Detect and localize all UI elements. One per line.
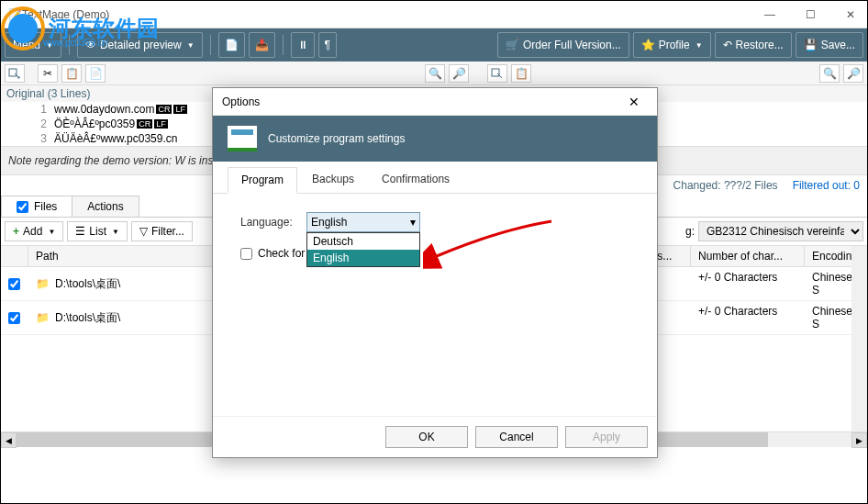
list-button[interactable]: ☰ List ▼	[67, 221, 128, 241]
watermark-logo: 河东软件园 www.pc0359.cn	[1, 3, 166, 53]
status-changed: Changed: ???/2 Files	[673, 179, 778, 192]
binoculars-2-icon[interactable]: 🔍	[819, 64, 840, 83]
options-dialog: Options ✕ Customize program settings Pro…	[212, 87, 658, 458]
language-label: Language:	[240, 216, 306, 229]
language-select[interactable]: English ▾	[306, 212, 420, 232]
folder-icon: 📁	[36, 311, 50, 324]
select-tool-icon[interactable]	[5, 64, 25, 83]
tab-files[interactable]: Files	[1, 196, 72, 217]
dialog-close-icon[interactable]: ✕	[620, 93, 648, 111]
dialog-header: Customize program settings	[213, 116, 657, 162]
folder-icon: 📁	[36, 277, 50, 290]
check-updates-checkbox[interactable]	[240, 248, 252, 260]
scroll-left-icon[interactable]: ◀	[1, 432, 17, 448]
tool-button-2[interactable]: 📥	[249, 32, 275, 58]
check-updates-label: Check for	[258, 247, 305, 260]
select-tool-2-icon[interactable]	[487, 64, 507, 83]
close-button[interactable]: ✕	[841, 6, 860, 24]
svg-rect-1	[492, 69, 499, 76]
binoculars-icon[interactable]: 🔍	[425, 64, 445, 83]
svg-rect-0	[9, 69, 17, 76]
save-button[interactable]: 💾 Save...	[796, 32, 863, 58]
tab-actions[interactable]: Actions	[72, 196, 139, 217]
language-option-english[interactable]: English	[307, 250, 419, 266]
tool-button-1[interactable]: 📄	[218, 32, 245, 58]
paste-icon[interactable]: 📄	[85, 64, 106, 83]
find-next-icon[interactable]: 🔎	[449, 64, 469, 83]
maximize-button[interactable]: ☐	[801, 6, 819, 24]
encoding-label: g:	[685, 225, 695, 238]
dialog-tab-backups[interactable]: Backups	[299, 167, 367, 193]
copy-icon[interactable]: 📋	[61, 64, 82, 83]
pause-button[interactable]: ⏸	[291, 32, 315, 58]
copy-2-icon[interactable]: 📋	[511, 64, 531, 83]
vertical-scrollbar[interactable]	[851, 246, 867, 431]
chevron-down-icon: ▾	[410, 216, 416, 229]
row-checkbox[interactable]	[8, 312, 20, 324]
restore-button[interactable]: ↶ Restore...	[715, 32, 792, 58]
dialog-tab-program[interactable]: Program	[228, 167, 297, 194]
cancel-button[interactable]: Cancel	[475, 426, 558, 448]
language-option-deutsch[interactable]: Deutsch	[307, 233, 419, 250]
dialog-tabs: Program Backups Confirmations	[213, 162, 657, 194]
dialog-tab-confirmations[interactable]: Confirmations	[369, 167, 462, 193]
order-button[interactable]: 🛒 Order Full Version...	[497, 32, 629, 58]
col-chars[interactable]: Number of char...	[691, 246, 805, 266]
dialog-title: Options	[222, 95, 620, 108]
filter-button[interactable]: ▽ Filter...	[131, 221, 193, 241]
profile-button[interactable]: ⭐ Profile▼	[633, 32, 711, 58]
ok-button[interactable]: OK	[385, 426, 468, 448]
settings-icon	[228, 126, 257, 151]
watermark-url: www.pc0359.cn	[43, 38, 107, 48]
row-checkbox[interactable]	[8, 278, 20, 290]
secondary-toolbar: ✂ 📋 📄 🔍 🔎 📋 🔍 🔎	[1, 62, 867, 85]
files-checkbox[interactable]	[17, 201, 28, 213]
minimize-button[interactable]: —	[761, 6, 779, 24]
cut-icon[interactable]: ✂	[38, 64, 58, 83]
apply-button[interactable]: Apply	[565, 426, 648, 448]
scroll-right-icon[interactable]: ▶	[851, 432, 867, 448]
add-button[interactable]: +Add ▼	[5, 221, 63, 241]
find-next-2-icon[interactable]: 🔎	[843, 64, 863, 83]
language-dropdown: Deutsch English	[306, 232, 420, 267]
status-filtered: Filtered out: 0	[793, 179, 860, 192]
pilcrow-button[interactable]: ¶	[318, 32, 337, 58]
encoding-select[interactable]: GB2312 Chinesisch vereinfacht	[698, 221, 863, 241]
